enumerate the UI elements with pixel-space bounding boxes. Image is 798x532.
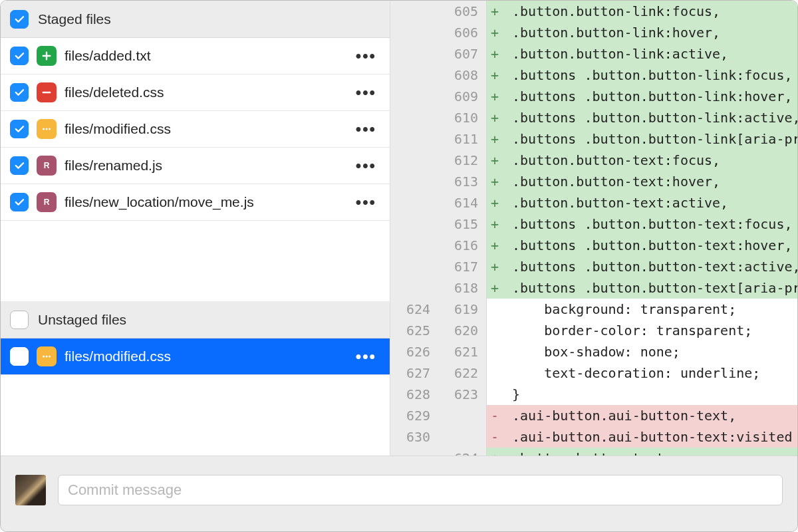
diff-mark: + xyxy=(487,192,503,213)
diff-code: .buttons .button.button-link[aria-pre xyxy=(503,128,797,150)
diff-line[interactable]: 626621 box-shadow: none; xyxy=(390,341,797,362)
status-badge xyxy=(37,46,57,66)
diff-code: .buttons .button.button-link:hover, xyxy=(503,86,797,107)
diff-line[interactable]: 613 + .button.button-text:hover, xyxy=(390,171,797,192)
diff-line[interactable]: 605 + .button.button-link:focus, xyxy=(390,1,797,22)
spacer xyxy=(1,221,390,301)
diff-code: .button.button-text:hover, xyxy=(503,171,797,192)
check-icon xyxy=(13,50,25,62)
unstaged-title: Unstaged files xyxy=(38,312,126,328)
file-checkbox[interactable] xyxy=(10,193,29,211)
gutter: 629 xyxy=(390,405,487,426)
diff-code: text-decoration: underline; xyxy=(503,362,797,384)
main-split: Staged files files/added.txt ••• files/d… xyxy=(1,1,797,456)
diff-line[interactable]: 608 + .buttons .button.button-link:focus… xyxy=(390,65,797,86)
diff-code: border-color: transparent; xyxy=(503,320,797,341)
avatar[interactable] xyxy=(15,475,46,505)
diff-line[interactable]: 609 + .buttons .button.button-link:hover… xyxy=(390,86,797,107)
gutter: 612 xyxy=(390,150,487,171)
check-icon xyxy=(13,123,25,135)
file-row[interactable]: R files/renamed.js ••• xyxy=(1,148,390,184)
commit-message-input[interactable] xyxy=(58,475,783,505)
diff-lines: 605 + .button.button-link:focus, 606 + .… xyxy=(390,1,797,456)
diff-code: .buttons .button.button-text:focus, xyxy=(503,213,797,235)
diff-line[interactable]: 625620 border-color: transparent; xyxy=(390,320,797,341)
diff-panel[interactable]: 605 + .button.button-link:focus, 606 + .… xyxy=(390,1,797,456)
more-icon[interactable]: ••• xyxy=(352,47,380,65)
stage-all-checkbox[interactable] xyxy=(10,10,29,29)
renamed-icon: R xyxy=(41,196,53,208)
file-path: files/deleted.css xyxy=(65,84,352,100)
diff-line[interactable]: 628623 } xyxy=(390,384,797,405)
diff-line[interactable]: 630 - .aui-button.aui-button-text:visite… xyxy=(390,426,797,448)
svg-text:R: R xyxy=(44,198,50,207)
diff-line[interactable]: 627622 text-decoration: underline; xyxy=(390,362,797,384)
staged-file-list: files/added.txt ••• files/deleted.css ••… xyxy=(1,38,390,221)
diff-mark: - xyxy=(487,426,503,448)
status-badge: R xyxy=(37,156,57,176)
diff-line[interactable]: 629 - .aui-button.aui-button-text, xyxy=(390,405,797,426)
file-checkbox[interactable] xyxy=(10,156,29,175)
status-badge xyxy=(37,346,57,366)
check-icon xyxy=(13,160,25,172)
diff-code: .buttons .button.button-text:active, xyxy=(503,256,797,277)
diff-line[interactable]: 617 + .buttons .button.button-text:activ… xyxy=(390,256,797,277)
more-icon[interactable]: ••• xyxy=(352,156,380,175)
diff-code: .buttons .button.button-text:hover, xyxy=(503,235,797,256)
file-checkbox[interactable] xyxy=(10,120,29,138)
more-icon[interactable]: ••• xyxy=(352,347,380,366)
gutter: 616 xyxy=(390,235,487,256)
diff-code: .buttons .button.button-text[aria-pre xyxy=(503,277,797,299)
diff-mark: + xyxy=(487,107,503,128)
app-window: Staged files files/added.txt ••• files/d… xyxy=(0,0,798,532)
file-row[interactable]: files/modified.css ••• xyxy=(1,111,390,148)
diff-code: .buttons .button.button-link:active, xyxy=(503,107,797,128)
gutter: 607 xyxy=(390,43,487,65)
unstaged-header: Unstaged files xyxy=(1,301,390,338)
diff-line[interactable]: 612 + .button.button-text:focus, xyxy=(390,150,797,171)
diff-line[interactable]: 606 + .button.button-link:hover, xyxy=(390,22,797,43)
added-icon xyxy=(41,50,53,62)
diff-code: .button.button-link:active, xyxy=(503,43,797,65)
file-row[interactable]: R files/new_location/move_me.js ••• xyxy=(1,184,390,221)
diff-line[interactable]: 615 + .buttons .button.button-text:focus… xyxy=(390,213,797,235)
more-icon[interactable]: ••• xyxy=(352,193,380,211)
file-checkbox[interactable] xyxy=(10,47,29,65)
diff-line[interactable]: 607 + .button.button-link:active, xyxy=(390,43,797,65)
svg-point-5 xyxy=(43,356,45,358)
gutter: 615 xyxy=(390,213,487,235)
svg-point-6 xyxy=(46,356,48,358)
diff-line[interactable]: 618 + .buttons .button.button-text[aria-… xyxy=(390,277,797,299)
diff-mark: + xyxy=(487,277,503,299)
status-badge xyxy=(37,82,57,102)
check-icon xyxy=(13,86,25,98)
diff-mark: + xyxy=(487,22,503,43)
file-row[interactable]: files/added.txt ••• xyxy=(1,38,390,74)
file-checkbox[interactable] xyxy=(10,347,29,366)
gutter: 609 xyxy=(390,86,487,107)
gutter: 627622 xyxy=(390,362,487,384)
more-icon[interactable]: ••• xyxy=(352,120,380,138)
more-icon[interactable]: ••• xyxy=(352,83,380,102)
staged-title: Staged files xyxy=(38,11,111,27)
svg-text:R: R xyxy=(44,161,50,170)
diff-line[interactable]: 624 + .button.button-text, xyxy=(390,448,797,456)
commit-bar xyxy=(1,456,797,531)
file-row[interactable]: files/modified.css ••• xyxy=(1,338,390,375)
diff-mark xyxy=(487,341,503,362)
gutter: 611 xyxy=(390,128,487,150)
renamed-icon: R xyxy=(41,160,53,172)
diff-code: .button.button-link:hover, xyxy=(503,22,797,43)
unstage-all-checkbox[interactable] xyxy=(10,311,29,329)
svg-point-1 xyxy=(46,128,48,130)
diff-mark: + xyxy=(487,256,503,277)
diff-line[interactable]: 611 + .buttons .button.button-link[aria-… xyxy=(390,128,797,150)
diff-line[interactable]: 614 + .button.button-text:active, xyxy=(390,192,797,213)
file-row[interactable]: files/deleted.css ••• xyxy=(1,74,390,111)
file-checkbox[interactable] xyxy=(10,83,29,102)
diff-line[interactable]: 624619 background: transparent; xyxy=(390,299,797,320)
diff-line[interactable]: 610 + .buttons .button.button-link:activ… xyxy=(390,107,797,128)
diff-line[interactable]: 616 + .buttons .button.button-text:hover… xyxy=(390,235,797,256)
diff-mark: + xyxy=(487,1,503,22)
gutter: 626621 xyxy=(390,341,487,362)
